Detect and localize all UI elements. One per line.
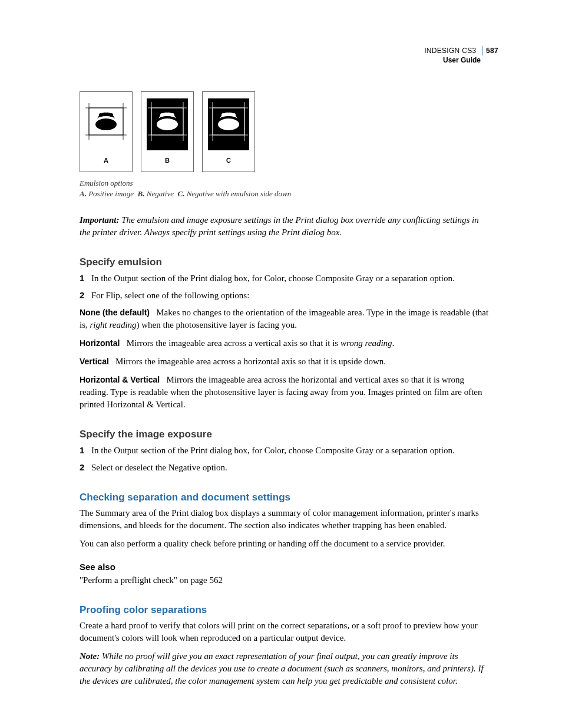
svg-point-15 xyxy=(157,118,178,130)
caption-b-val: Negative xyxy=(147,189,174,198)
thumb-a-label: A xyxy=(80,157,132,172)
page-number: 587 xyxy=(482,46,498,55)
thumb-b: B xyxy=(141,91,194,172)
thumb-c-label: C xyxy=(203,157,254,172)
svg-point-7 xyxy=(99,113,103,117)
svg-point-24 xyxy=(218,118,239,130)
svg-point-8 xyxy=(110,113,113,117)
heading-checking: Checking separation and document setting… xyxy=(80,492,491,503)
positive-image-icon xyxy=(83,95,129,154)
important-body: The emulsion and image exposure settings… xyxy=(80,215,479,237)
def-none-ital: right reading xyxy=(90,320,137,330)
term-hv: Horizontal & Vertical xyxy=(80,375,160,384)
note-callout: Note: While no proof will give you an ex… xyxy=(80,650,491,687)
caption-a-val: Positive image xyxy=(88,189,134,198)
heading-specify-exposure: Specify the image exposure xyxy=(80,429,491,440)
thumb-b-label: B xyxy=(141,157,193,172)
def-horizontal-vertical: Horizontal & Vertical Mirrors the imagea… xyxy=(80,374,491,411)
page: INDESIGN CS3 587 User Guide xyxy=(0,0,562,728)
caption-b-key: B. xyxy=(138,189,145,198)
running-header: INDESIGN CS3 587 User Guide xyxy=(424,46,498,65)
note-body: While no proof will give you an exact re… xyxy=(80,651,484,686)
def-horiz-b: . xyxy=(392,338,395,348)
term-horizontal: Horizontal xyxy=(80,338,120,348)
def-none: None (the default) Makes no changes to t… xyxy=(80,307,491,331)
figure-emulsion-options: A xyxy=(80,91,491,172)
svg-point-25 xyxy=(232,113,236,117)
product-name: INDESIGN CS3 xyxy=(424,47,476,55)
note-lead: Note: xyxy=(80,651,100,661)
svg-point-16 xyxy=(160,113,164,117)
proofing-p1: Create a hard proof to verify that color… xyxy=(80,620,491,644)
figure-caption: Emulsion options A. Positive image B. Ne… xyxy=(80,178,491,199)
important-callout: Important: The emulsion and image exposu… xyxy=(80,214,491,239)
term-vertical: Vertical xyxy=(80,357,109,366)
step-item: In the Output section of the Print dialo… xyxy=(80,444,491,457)
caption-c-val: Negative with emulsion side down xyxy=(187,189,292,198)
def-vertical: Vertical Mirrors the imageable area acro… xyxy=(80,355,491,368)
def-horiz-a: Mirrors the imageable area across a vert… xyxy=(127,338,340,348)
heading-see-also: See also xyxy=(80,562,491,572)
important-lead: Important: xyxy=(80,215,120,225)
doc-title: User Guide xyxy=(424,55,498,65)
content-area: A xyxy=(80,91,491,687)
svg-point-6 xyxy=(95,118,117,130)
caption-a-key: A. xyxy=(80,189,87,198)
steps-emulsion: In the Output section of the Print dialo… xyxy=(80,272,491,302)
term-none: None (the default) xyxy=(80,308,150,317)
see-also-link: "Perform a preflight check" on page 562 xyxy=(80,574,491,587)
step-item: Select or deselect the Negative option. xyxy=(80,461,491,475)
step-item: In the Output section of the Print dialo… xyxy=(80,272,491,285)
def-none-b: ) when the photosensitive layer is facin… xyxy=(137,320,297,330)
def-horizontal: Horizontal Mirrors the imageable area ac… xyxy=(80,337,491,350)
negative-flipped-image-icon xyxy=(206,95,252,154)
heading-proofing: Proofing color separations xyxy=(80,604,491,616)
svg-point-17 xyxy=(171,113,174,117)
checking-p1: The Summary area of the Print dialog box… xyxy=(80,507,491,532)
caption-title: Emulsion options xyxy=(80,178,491,189)
steps-exposure: In the Output section of the Print dialo… xyxy=(80,444,491,474)
def-vert-body: Mirrors the imageable area across a hori… xyxy=(115,357,386,366)
heading-specify-emulsion: Specify emulsion xyxy=(80,256,491,268)
caption-c-key: C. xyxy=(177,189,184,198)
def-horiz-ital: wrong reading xyxy=(340,338,392,348)
svg-point-26 xyxy=(222,113,225,117)
thumb-a: A xyxy=(80,91,133,172)
negative-image-icon xyxy=(144,95,190,154)
thumb-c: C xyxy=(202,91,255,172)
checking-p2: You can also perform a quality check bef… xyxy=(80,538,491,550)
step-item: For Flip, select one of the following op… xyxy=(80,289,491,302)
